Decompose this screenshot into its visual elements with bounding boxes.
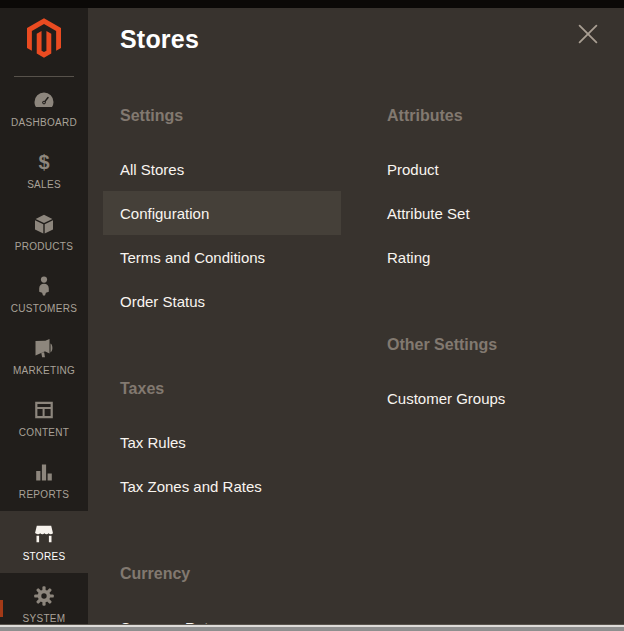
sidebar-item-customers[interactable]: CUSTOMERS xyxy=(0,263,88,325)
section-heading-taxes: Taxes xyxy=(103,367,341,411)
admin-sidebar: DASHBOARD$SALESPRODUCTSCUSTOMERSMARKETIN… xyxy=(0,0,88,624)
menu-item-customer-groups[interactable]: Customer Groups xyxy=(370,376,608,420)
customers-icon xyxy=(32,274,56,298)
reports-icon xyxy=(32,460,56,484)
menu-item-attribute-set[interactable]: Attribute Set xyxy=(370,191,608,235)
sidebar-item-label: MARKETING xyxy=(13,365,75,376)
menu-item-order-status[interactable]: Order Status xyxy=(103,279,341,323)
sidebar-item-system[interactable]: SYSTEM xyxy=(0,573,88,631)
marketing-icon xyxy=(32,336,56,360)
menu-item-rating[interactable]: Rating xyxy=(370,235,608,279)
magento-logo-icon[interactable] xyxy=(0,0,88,68)
sidebar-item-label: CONTENT xyxy=(19,427,69,438)
stores-menu-panel: Stores SettingsAll StoresConfigurationTe… xyxy=(88,8,624,624)
system-icon xyxy=(32,584,56,608)
sidebar-item-dashboard[interactable]: DASHBOARD xyxy=(0,77,88,139)
sidebar-item-label: STORES xyxy=(23,551,66,562)
menu-item-terms-and-conditions[interactable]: Terms and Conditions xyxy=(103,235,341,279)
content-icon xyxy=(32,398,56,422)
sidebar-item-label: SYSTEM xyxy=(23,613,66,624)
section-heading-attributes: Attributes xyxy=(370,94,608,138)
sidebar-item-label: SALES xyxy=(27,179,61,190)
sidebar-item-marketing[interactable]: MARKETING xyxy=(0,325,88,387)
menu-header: Stores xyxy=(88,8,624,70)
sidebar-nav: DASHBOARD$SALESPRODUCTSCUSTOMERSMARKETIN… xyxy=(0,77,88,631)
close-icon[interactable] xyxy=(576,22,600,46)
menu-columns: SettingsAll StoresConfigurationTerms and… xyxy=(88,70,624,624)
menu-item-configuration[interactable]: Configuration xyxy=(103,191,341,235)
admin-header-strip xyxy=(0,0,624,8)
menu-column-1: SettingsAll StoresConfigurationTerms and… xyxy=(103,70,341,624)
menu-item-product[interactable]: Product xyxy=(370,147,608,191)
section-heading-settings: Settings xyxy=(103,94,341,138)
menu-column-2: AttributesProductAttribute SetRatingOthe… xyxy=(370,70,608,624)
menu-item-tax-rules[interactable]: Tax Rules xyxy=(103,420,341,464)
sidebar-item-label: REPORTS xyxy=(19,489,69,500)
sidebar-item-label: PRODUCTS xyxy=(15,241,74,252)
sidebar-item-label: CUSTOMERS xyxy=(11,303,77,314)
dashboard-icon xyxy=(32,88,56,112)
page-title: Stores xyxy=(120,25,199,54)
sales-icon: $ xyxy=(32,150,56,174)
sidebar-item-products[interactable]: PRODUCTS xyxy=(0,201,88,263)
notification-notch xyxy=(0,600,3,617)
sidebar-item-label: DASHBOARD xyxy=(11,117,77,128)
stores-icon xyxy=(32,522,56,546)
section-heading-currency: Currency xyxy=(103,552,341,596)
menu-item-tax-zones-and-rates[interactable]: Tax Zones and Rates xyxy=(103,464,341,508)
products-icon xyxy=(32,212,56,236)
magento-admin-screen: DASHBOARD$SALESPRODUCTSCUSTOMERSMARKETIN… xyxy=(0,0,624,631)
menu-item-all-stores[interactable]: All Stores xyxy=(103,147,341,191)
sidebar-item-sales[interactable]: $SALES xyxy=(0,139,88,201)
menu-item-currency-rates[interactable]: Currency Rates xyxy=(103,605,341,624)
page-background-edge xyxy=(0,624,624,631)
section-heading-other-settings: Other Settings xyxy=(370,323,608,367)
svg-text:$: $ xyxy=(38,151,49,173)
sidebar-item-stores[interactable]: STORES xyxy=(0,511,88,573)
sidebar-item-content[interactable]: CONTENT xyxy=(0,387,88,449)
sidebar-item-reports[interactable]: REPORTS xyxy=(0,449,88,511)
